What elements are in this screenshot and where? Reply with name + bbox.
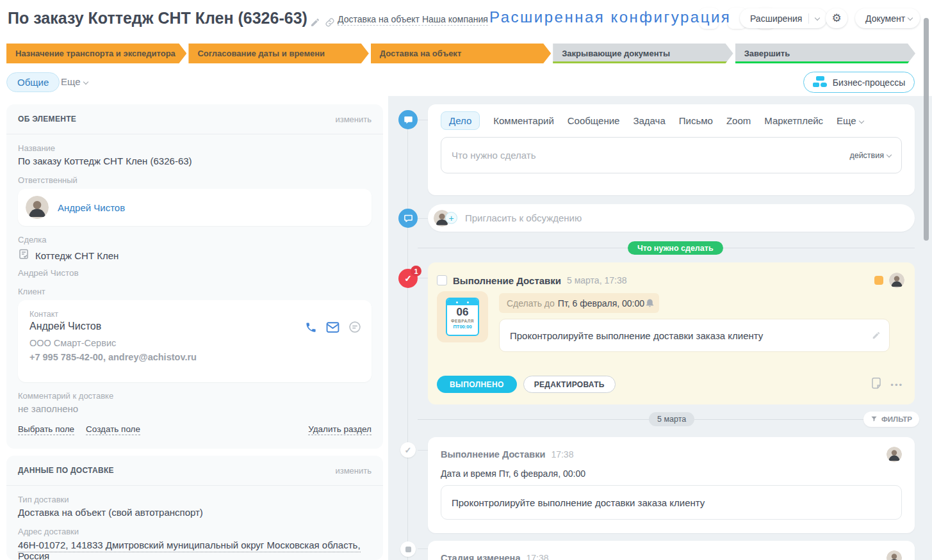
activity-marker-icon	[398, 110, 418, 129]
note-icon[interactable]	[871, 378, 881, 392]
pencil-icon[interactable]	[872, 331, 881, 342]
avatar[interactable]	[889, 273, 904, 288]
tab-composer-more[interactable]: Еще	[837, 115, 863, 126]
filter-button[interactable]: ФИЛЬТР	[863, 412, 919, 427]
tab-zoom[interactable]: Zoom	[726, 115, 751, 126]
timeline-connector	[418, 120, 428, 120]
name-field-label: Название	[18, 143, 372, 153]
stage-pipeline: Назначение транспорта и экспедитора Согл…	[6, 44, 915, 63]
filter-icon	[871, 415, 878, 424]
copy-link-icon[interactable]	[325, 17, 335, 28]
actions-dropdown[interactable]: действия	[849, 151, 891, 160]
timeline-connector	[418, 548, 428, 549]
task-marker-icon: ✓ 1	[398, 269, 418, 288]
task-description[interactable]: Проконтролируйте выполнение доставки зак…	[499, 319, 890, 352]
task-card: Выполнение Доставки 5 марта, 17:38 06 ФЕ…	[428, 262, 915, 404]
select-field-link[interactable]: Выбрать поле	[18, 424, 74, 435]
deal-link[interactable]: Коттедж СНТ Клен	[35, 250, 119, 261]
chevron-down-icon	[908, 15, 913, 20]
deal-field-label: Сделка	[18, 235, 372, 244]
invite-placeholder: Пригласить к обсуждению	[465, 212, 582, 223]
edit-task-button[interactable]: РЕДАКТИРОВАТЬ	[523, 376, 616, 393]
invite-to-discussion[interactable]: + Пригласить к обсуждению	[428, 204, 915, 232]
edit-section-link[interactable]: изменить	[335, 466, 372, 476]
stage-delivery[interactable]: Доставка на объект	[371, 44, 551, 63]
name-field-value: По заказу Коттедж СНТ Клен (6326-63)	[18, 156, 372, 166]
about-element-panel: ОБ ЭЛЕМЕНТЕ изменить Название По заказу …	[6, 104, 383, 449]
calendar-day: 06	[447, 306, 478, 319]
pipeline-selector[interactable]: Доставка на объект Наша компания	[338, 14, 488, 26]
filter-label: ФИЛЬТР	[881, 415, 912, 423]
document-button[interactable]: Документ	[855, 8, 920, 28]
extensions-button[interactable]: Расширения	[740, 8, 827, 28]
stage-finish[interactable]: Завершить	[735, 44, 915, 63]
task-title[interactable]: Выполнение Доставки	[453, 275, 561, 286]
settings-button[interactable]: ⚙	[826, 8, 847, 28]
history-title[interactable]: Выполнение Доставки	[441, 449, 545, 460]
stage-underline	[553, 61, 729, 63]
due-date-dropdown[interactable]: Сделать до Пт, 6 февраля, 00:00	[499, 293, 659, 313]
task-checkbox[interactable]	[437, 275, 447, 285]
contact-info: +7 995 785-42-00, andrey@achistov.ru	[29, 352, 360, 362]
add-participant-icon[interactable]: +	[445, 212, 457, 224]
delivery-type-value: Доставка на объект (свой автотранспорт)	[18, 507, 372, 518]
chat-icon[interactable]	[348, 321, 361, 336]
chevron-down-icon	[858, 118, 863, 124]
stage-transport[interactable]: Назначение транспорта и экспедитора	[6, 44, 186, 63]
history-entry-stage-change: Стадия изменена 17:38	[428, 541, 915, 560]
history-text-box: Проконтролируйте выполнение доставки зак…	[441, 485, 902, 520]
edit-section-link[interactable]: изменить	[335, 115, 372, 124]
stage-closing-docs[interactable]: Закрывающие документы	[553, 44, 733, 63]
avatar[interactable]	[887, 447, 902, 462]
delivery-data-panel: ДАННЫЕ ПО ДОСТАВКЕ изменить Тип доставки…	[6, 456, 383, 560]
comment-field-value[interactable]: не заполнено	[18, 403, 372, 414]
responsible-name-link[interactable]: Андрей Чистов	[58, 202, 125, 213]
client-field-label: Клиент	[18, 287, 372, 296]
tab-message[interactable]: Сообщение	[568, 115, 620, 126]
contact-label: Контакт	[29, 310, 360, 319]
timeline-connector	[418, 278, 428, 278]
chevron-down-icon	[887, 152, 892, 157]
todo-badge: Что нужно сделать	[628, 241, 723, 255]
edit-title-icon[interactable]	[310, 17, 320, 28]
responsible-card[interactable]: Андрей Чистов	[18, 189, 372, 226]
create-field-link[interactable]: Создать поле	[86, 424, 140, 435]
divider	[808, 13, 809, 24]
phone-icon[interactable]	[305, 321, 317, 336]
tab-email[interactable]: Письмо	[679, 115, 713, 126]
done-button[interactable]: ВЫПОЛНЕНО	[437, 376, 517, 393]
calendar-widget: 06 ФЕВРАЛЯ ПТ00:00	[437, 291, 488, 342]
scrollbar-thumb[interactable]	[924, 18, 929, 241]
tab-general[interactable]: Общие	[6, 72, 60, 92]
todo-input[interactable]: Что нужно сделать действия	[441, 137, 902, 173]
tab-more[interactable]: Еще	[61, 76, 88, 87]
document-button-label: Документ	[865, 13, 905, 24]
completed-marker-icon: ✓	[400, 442, 416, 458]
timeline-connector	[418, 450, 428, 451]
history-title: Стадия изменена	[441, 553, 520, 560]
tab-marketplace[interactable]: Маркетплейс	[764, 115, 823, 126]
crm-item-page: По заказу Коттедж СНТ Клен (6326-63) Дос…	[0, 0, 932, 560]
check-icon: ✓	[405, 445, 412, 455]
date-divider: 5 марта	[649, 412, 694, 426]
mail-icon[interactable]	[326, 322, 339, 335]
tab-comment[interactable]: Комментарий	[493, 115, 553, 126]
check-icon: ✓	[404, 273, 412, 284]
contact-company: ООО Смарт-Сервис	[29, 338, 360, 348]
more-actions-icon[interactable]: •••	[890, 380, 903, 390]
composer-tabs: Дело Комментарий Сообщение Задача Письмо…	[441, 115, 902, 126]
delivery-address-value[interactable]: 46Н-01072, 141833 Дмитровский муниципаль…	[18, 540, 361, 560]
timeline-connector	[418, 218, 428, 219]
document-check-icon	[18, 248, 29, 262]
bell-icon[interactable]	[644, 297, 655, 310]
avatar[interactable]	[887, 550, 902, 560]
delete-section-link[interactable]: Удалить раздел	[308, 424, 372, 435]
tab-deal-activity[interactable]: Дело	[441, 111, 480, 130]
highlight-marker[interactable]	[874, 276, 883, 285]
stage-date-agreement[interactable]: Согласование даты и времени	[188, 44, 368, 63]
chevron-down-icon	[83, 79, 88, 84]
panel-header: ОБ ЭЛЕМЕНТЕ изменить	[6, 104, 383, 134]
tab-task[interactable]: Задача	[633, 115, 665, 126]
avatar[interactable]	[26, 196, 49, 219]
business-processes-button[interactable]: Бизнес-процессы	[803, 72, 915, 93]
